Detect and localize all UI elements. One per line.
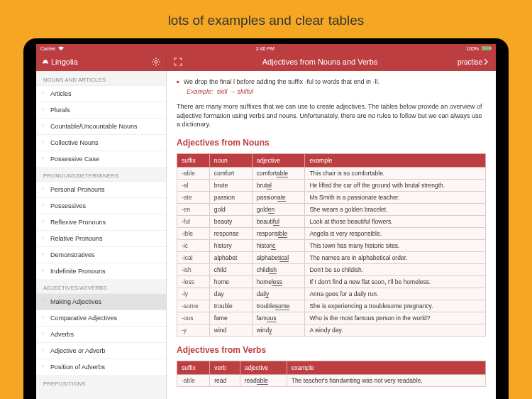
table-cell: brute xyxy=(209,179,252,191)
example-text: skill → skilful xyxy=(217,88,253,95)
table-cell: -ate xyxy=(177,191,210,203)
table-cell: response xyxy=(209,227,252,239)
svg-point-3 xyxy=(155,60,157,63)
table-cell: -ful xyxy=(177,215,210,227)
battery-icon xyxy=(482,46,492,50)
sidebar-section-header: Pronouns/Determiners xyxy=(36,167,166,181)
wifi-icon xyxy=(58,46,64,50)
svg-line-11 xyxy=(153,64,154,65)
sidebar-section-header: Nouns and Articles xyxy=(36,71,166,85)
table-row: -ibleresponseresponsibleAngela is very r… xyxy=(177,227,486,239)
table-cell: The names are in alphabetical order. xyxy=(305,251,486,263)
table-header-cell: suffix xyxy=(177,153,210,167)
example-line: Example: skill → skilful xyxy=(187,88,486,95)
sidebar-item[interactable]: Possessive Case xyxy=(36,151,166,167)
table-cell: -ic xyxy=(177,239,210,251)
sidebar-item[interactable]: Countable/Uncountable Nouns xyxy=(36,118,166,134)
chevron-right-icon xyxy=(484,58,489,65)
table-cell: alphabet xyxy=(209,251,252,263)
table-cell: alphabetical xyxy=(252,251,305,263)
table-cell: -less xyxy=(177,275,210,288)
table-cell: beauty xyxy=(209,215,252,227)
expand-icon[interactable] xyxy=(174,58,182,66)
table-cell: passionate xyxy=(252,191,305,203)
table-cell: Don't be so childish. xyxy=(305,263,486,275)
sidebar-item[interactable]: Reflexive Pronouns xyxy=(36,214,166,230)
bullet-item: We drop the final l before adding the su… xyxy=(177,78,486,85)
table-row: -albrutebrutalHe lifted the car off the … xyxy=(177,179,486,191)
sidebar-item[interactable]: Adjective or Adverb xyxy=(36,342,166,359)
table-row: -lydaydailyAnna goes for a daily run. xyxy=(177,288,486,300)
table-cell: gold xyxy=(209,203,252,215)
table-cell: -al xyxy=(177,179,210,191)
table-cell: brutal xyxy=(252,179,305,191)
sidebar-section-header: Adjectives/Adverbs xyxy=(36,279,166,293)
sidebar-item[interactable]: Position of Adverbs xyxy=(36,359,166,375)
intro-paragraph: There are many more suffixes that we can… xyxy=(177,102,486,129)
table-cell: day xyxy=(209,288,252,300)
table-cell: comfort xyxy=(209,167,252,179)
sidebar-item[interactable]: Collective Nouns xyxy=(36,134,166,151)
table-cell: Anna goes for a daily run. xyxy=(305,288,486,300)
brand-logo[interactable]: Lingolia xyxy=(42,58,78,66)
content[interactable]: We drop the final l before adding the su… xyxy=(167,71,496,399)
table-cell: responsible xyxy=(252,227,305,239)
table-row: -icalalphabetalphabeticalThe names are i… xyxy=(177,251,486,263)
table-cell: comfortable xyxy=(252,167,305,179)
table-row: -ichistoryhistoricThis town has many his… xyxy=(177,239,486,251)
gear-icon[interactable] xyxy=(152,58,160,66)
sidebar-item[interactable]: Plurals xyxy=(36,102,166,118)
table-cell: This chair is so comfortable. xyxy=(305,167,486,179)
table-cell: This town has many historic sites. xyxy=(305,239,486,251)
table-row: -ablecomfortcomfortableThis chair is so … xyxy=(177,167,486,179)
table-cell: -able xyxy=(177,374,210,386)
sidebar-item[interactable]: Adverbs xyxy=(36,326,166,342)
table-cell: He lifted the car off the ground with br… xyxy=(305,179,486,191)
practise-button[interactable]: practise xyxy=(458,58,489,66)
adjectives-from-nouns-table: suffixnounadjectiveexample-ablecomfortco… xyxy=(177,153,486,337)
sidebar-item[interactable]: Indefinite Pronouns xyxy=(36,263,166,279)
sidebar-item[interactable]: Making Adjectives xyxy=(36,293,166,310)
sidebar[interactable]: Nouns and ArticlesArticlesPluralsCountab… xyxy=(36,71,167,399)
table-cell: -ical xyxy=(177,251,210,263)
table-cell: child xyxy=(209,263,252,275)
table-cell: Look at those beautiful flowers. xyxy=(305,215,486,227)
table-row: -ablereadreadableThe teacher's handwriti… xyxy=(177,374,486,386)
header: Lingolia Adjectives from Nouns and Verbs… xyxy=(36,53,496,71)
table-cell: -ish xyxy=(177,263,210,275)
table-cell: A windy day. xyxy=(305,324,486,336)
table-cell: Ms Smith is a passionate teacher. xyxy=(305,191,486,203)
table-cell: childish xyxy=(252,263,305,275)
table-cell: -ous xyxy=(177,312,210,324)
header-left: Lingolia xyxy=(36,53,167,71)
sidebar-item[interactable]: Possessives xyxy=(36,197,166,214)
section-heading: Adjectives from Verbs xyxy=(177,345,486,355)
header-right: Adjectives from Nouns and Verbs practise xyxy=(167,53,496,71)
table-cell: -able xyxy=(177,167,210,179)
table-cell: troublesome xyxy=(252,300,305,312)
table-cell: -ible xyxy=(177,227,210,239)
bullet-text: We drop the final l before adding the su… xyxy=(184,78,379,85)
section-heading: Adjectives from Nouns xyxy=(177,138,486,148)
adjectives-from-verbs-table: suffixverbadjectiveexample-ablereadreada… xyxy=(177,361,486,387)
sidebar-section-header: Prepositions xyxy=(36,375,166,389)
svg-line-10 xyxy=(158,59,159,60)
table-cell: historic xyxy=(252,239,305,251)
table-cell: The teacher's handwriting was not very r… xyxy=(287,374,485,386)
table-row: -lesshomehomelessIf I don't find a new f… xyxy=(177,275,486,288)
status-bar: Carrier 2:40 PM 100% xyxy=(36,44,496,53)
carrier-label: Carrier xyxy=(40,46,55,51)
sidebar-item[interactable]: Comparative Adjectives xyxy=(36,310,166,326)
table-row: -engoldgoldenShe wears a golden bracelet… xyxy=(177,203,486,215)
sidebar-item[interactable]: Personal Pronouns xyxy=(36,181,166,197)
battery-label: 100% xyxy=(466,46,479,51)
svg-rect-2 xyxy=(490,48,491,50)
sidebar-item[interactable]: Demonstratives xyxy=(36,246,166,263)
table-header-cell: adjective xyxy=(252,153,305,167)
sidebar-item[interactable]: Articles xyxy=(36,85,166,102)
table-cell: famous xyxy=(252,312,305,324)
sidebar-item[interactable]: Relative Pronouns xyxy=(36,230,166,246)
table-header-cell: adjective xyxy=(240,361,287,374)
table-cell: golden xyxy=(252,203,305,215)
table-cell: daily xyxy=(252,288,305,300)
